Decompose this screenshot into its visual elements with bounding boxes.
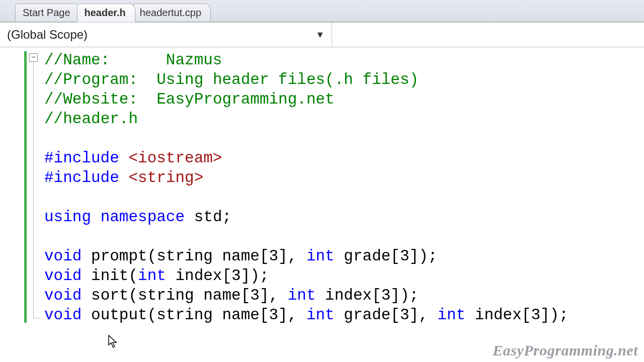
- member-dropdown[interactable]: [332, 23, 644, 47]
- fold-end: [33, 318, 40, 318]
- tab-start-page[interactable]: Start Page: [15, 4, 80, 22]
- chevron-down-icon: ▼: [315, 30, 325, 40]
- tab-header-h[interactable]: header.h: [77, 4, 135, 22]
- change-indicator: [24, 51, 27, 323]
- code-content: //Name: Nazmus //Program: Using header f…: [29, 47, 644, 325]
- scope-dropdown[interactable]: (Global Scope) ▼: [0, 23, 332, 47]
- fold-gutter: −: [29, 53, 38, 62]
- code-editor[interactable]: − //Name: Nazmus //Program: Using header…: [0, 47, 644, 362]
- scope-bar: (Global Scope) ▼: [0, 22, 644, 47]
- tab-bar: Start Page header.h headertut.cpp: [0, 0, 644, 22]
- scope-label: (Global Scope): [7, 28, 88, 42]
- fold-guide: [33, 62, 34, 318]
- watermark: EasyProgramming.net: [493, 342, 638, 359]
- tab-headertut-cpp[interactable]: headertut.cpp: [132, 4, 211, 22]
- fold-toggle[interactable]: −: [29, 53, 38, 62]
